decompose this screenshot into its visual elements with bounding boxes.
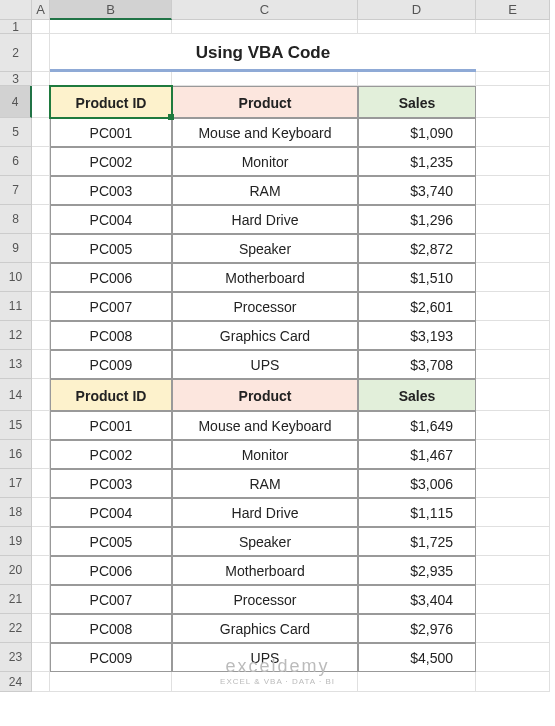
cell-A4[interactable] — [32, 86, 50, 118]
cell-B4[interactable]: Product ID — [50, 86, 172, 118]
cell-E16[interactable] — [476, 440, 550, 469]
row-header-2[interactable]: 2 — [0, 34, 32, 72]
cell-D7[interactable]: $3,740 — [358, 176, 476, 205]
cell-A17[interactable] — [32, 469, 50, 498]
cell-C14[interactable]: Product — [172, 379, 358, 411]
cell-A12[interactable] — [32, 321, 50, 350]
row-header-20[interactable]: 20 — [0, 556, 32, 585]
row-header-18[interactable]: 18 — [0, 498, 32, 527]
cell-E12[interactable] — [476, 321, 550, 350]
cell-C19[interactable]: Speaker — [172, 527, 358, 556]
cell-E11[interactable] — [476, 292, 550, 321]
col-header-E[interactable]: E — [476, 0, 550, 20]
cell-C4[interactable]: Product — [172, 86, 358, 118]
cell-D16[interactable]: $1,467 — [358, 440, 476, 469]
cell-E4[interactable] — [476, 86, 550, 118]
cell-C18[interactable]: Hard Drive — [172, 498, 358, 527]
cell-E23[interactable] — [476, 643, 550, 672]
cell-A14[interactable] — [32, 379, 50, 411]
row-header-16[interactable]: 16 — [0, 440, 32, 469]
row-header-10[interactable]: 10 — [0, 263, 32, 292]
cell-C1[interactable] — [172, 20, 358, 34]
cell-D11[interactable]: $2,601 — [358, 292, 476, 321]
cell-C22[interactable]: Graphics Card — [172, 614, 358, 643]
cell-B8[interactable]: PC004 — [50, 205, 172, 234]
cell-D8[interactable]: $1,296 — [358, 205, 476, 234]
cell-C13[interactable]: UPS — [172, 350, 358, 379]
cell-A9[interactable] — [32, 234, 50, 263]
col-header-A[interactable]: A — [32, 0, 50, 20]
cell-E19[interactable] — [476, 527, 550, 556]
cell-A3[interactable] — [32, 72, 50, 86]
cell-C12[interactable]: Graphics Card — [172, 321, 358, 350]
cell-E18[interactable] — [476, 498, 550, 527]
cell-B18[interactable]: PC004 — [50, 498, 172, 527]
cell-E2[interactable] — [476, 34, 550, 72]
cell-E15[interactable] — [476, 411, 550, 440]
cell-D1[interactable] — [358, 20, 476, 34]
cell-A23[interactable] — [32, 643, 50, 672]
row-header-5[interactable]: 5 — [0, 118, 32, 147]
cell-B5[interactable]: PC001 — [50, 118, 172, 147]
cell-B17[interactable]: PC003 — [50, 469, 172, 498]
spreadsheet-grid[interactable]: A B C D E 1 2 Using VBA Code 3 4 Product… — [0, 0, 555, 692]
cell-E3[interactable] — [476, 72, 550, 86]
cell-A18[interactable] — [32, 498, 50, 527]
cell-C3[interactable] — [172, 72, 358, 86]
cell-E6[interactable] — [476, 147, 550, 176]
cell-A16[interactable] — [32, 440, 50, 469]
cell-B6[interactable]: PC002 — [50, 147, 172, 176]
cell-A22[interactable] — [32, 614, 50, 643]
row-header-14[interactable]: 14 — [0, 379, 32, 411]
cell-C17[interactable]: RAM — [172, 469, 358, 498]
cell-C11[interactable]: Processor — [172, 292, 358, 321]
cell-B19[interactable]: PC005 — [50, 527, 172, 556]
cell-D14[interactable]: Sales — [358, 379, 476, 411]
cell-E21[interactable] — [476, 585, 550, 614]
cell-B7[interactable]: PC003 — [50, 176, 172, 205]
cell-B13[interactable]: PC009 — [50, 350, 172, 379]
cell-D4[interactable]: Sales — [358, 86, 476, 118]
row-header-1[interactable]: 1 — [0, 20, 32, 34]
cell-A21[interactable] — [32, 585, 50, 614]
cell-E20[interactable] — [476, 556, 550, 585]
col-header-D[interactable]: D — [358, 0, 476, 20]
cell-C21[interactable]: Processor — [172, 585, 358, 614]
cell-A15[interactable] — [32, 411, 50, 440]
cell-D20[interactable]: $2,935 — [358, 556, 476, 585]
cell-D9[interactable]: $2,872 — [358, 234, 476, 263]
col-header-B[interactable]: B — [50, 0, 172, 20]
cell-A24[interactable] — [32, 672, 50, 692]
cell-A20[interactable] — [32, 556, 50, 585]
row-header-6[interactable]: 6 — [0, 147, 32, 176]
row-header-13[interactable]: 13 — [0, 350, 32, 379]
row-header-24[interactable]: 24 — [0, 672, 32, 692]
cell-A19[interactable] — [32, 527, 50, 556]
cell-A7[interactable] — [32, 176, 50, 205]
cell-D21[interactable]: $3,404 — [358, 585, 476, 614]
cell-B9[interactable]: PC005 — [50, 234, 172, 263]
cell-A13[interactable] — [32, 350, 50, 379]
cell-C20[interactable]: Motherboard — [172, 556, 358, 585]
cell-C10[interactable]: Motherboard — [172, 263, 358, 292]
cell-B24[interactable] — [50, 672, 172, 692]
row-header-7[interactable]: 7 — [0, 176, 32, 205]
cell-D5[interactable]: $1,090 — [358, 118, 476, 147]
cell-E10[interactable] — [476, 263, 550, 292]
row-header-8[interactable]: 8 — [0, 205, 32, 234]
col-header-C[interactable]: C — [172, 0, 358, 20]
title-cell[interactable]: Using VBA Code — [50, 34, 476, 72]
cell-B22[interactable]: PC008 — [50, 614, 172, 643]
cell-B11[interactable]: PC007 — [50, 292, 172, 321]
cell-A1[interactable] — [32, 20, 50, 34]
cell-B15[interactable]: PC001 — [50, 411, 172, 440]
cell-B3[interactable] — [50, 72, 172, 86]
cell-E5[interactable] — [476, 118, 550, 147]
cell-A6[interactable] — [32, 147, 50, 176]
cell-B21[interactable]: PC007 — [50, 585, 172, 614]
cell-C8[interactable]: Hard Drive — [172, 205, 358, 234]
cell-D22[interactable]: $2,976 — [358, 614, 476, 643]
cell-E22[interactable] — [476, 614, 550, 643]
cell-E1[interactable] — [476, 20, 550, 34]
cell-C24[interactable] — [172, 672, 358, 692]
